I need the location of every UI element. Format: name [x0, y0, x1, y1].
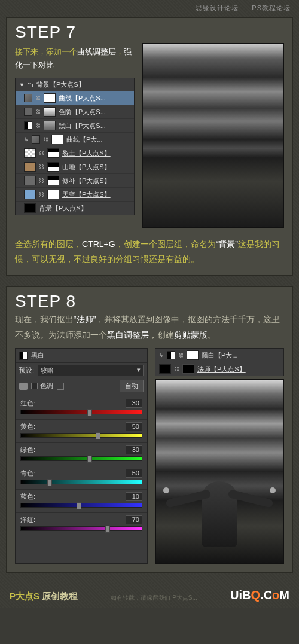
- layer-mask-thumb: [47, 190, 59, 199]
- layer-mask-thumb: [44, 93, 56, 103]
- step7-panel: STEP 7 接下来，添加一个曲线调整层，强化一下对比 ▼ 🗀 背景【P大点S】…: [6, 17, 293, 276]
- layers-panel[interactable]: ▼ 🗀 背景【P大点S】 ⛓曲线【P大点S...⛓色阶【P大点S...⛓黑白【P…: [15, 78, 135, 215]
- layer-mask-thumb: [44, 121, 56, 130]
- step8-preview-image: [155, 379, 284, 564]
- link-icon: ⛓: [35, 109, 41, 115]
- layer-row[interactable]: ⛓曲线【P大点S...: [16, 91, 134, 105]
- layer-name: 修补【P大点S】: [62, 176, 130, 185]
- layer-name: 法师【P大点S】: [197, 365, 280, 374]
- slider-row: 洋红:70: [16, 513, 147, 536]
- bw-icon: [19, 352, 28, 360]
- black-white-adjustment-panel[interactable]: 黑白 预设: 较暗▾ 色调: [15, 348, 148, 564]
- page-footer: P大点S 原创教程 如有转载，请保留我们 P大点S... UiBQ.CoM: [6, 584, 293, 602]
- bw-icon: [24, 121, 32, 130]
- slider-knob[interactable]: [77, 502, 81, 509]
- link-icon: ⛓: [178, 352, 184, 358]
- site2: PS教程论坛: [252, 4, 291, 11]
- layer-name: 黑白【P大...: [202, 351, 280, 360]
- slider-value[interactable]: 50: [126, 422, 142, 431]
- slider-label: 青色:: [20, 469, 35, 478]
- tint-checkbox[interactable]: 色调: [31, 381, 53, 390]
- layer-mask-thumb: [44, 107, 56, 117]
- layer-row[interactable]: ⛓法师【P大点S】: [155, 362, 283, 376]
- slider-track[interactable]: [20, 410, 142, 414]
- clip-icon: ↳: [159, 352, 164, 358]
- layer-name: 色阶【P大点S...: [59, 108, 130, 117]
- slider-label: 洋红:: [20, 515, 35, 524]
- layer-row[interactable]: ⛓天空【P大点S】: [16, 188, 134, 202]
- layer-name: 曲线【P大点S...: [59, 94, 130, 103]
- slider-label: 蓝色:: [20, 492, 35, 501]
- layer-mask-thumb: [187, 350, 199, 360]
- layer-name: 黑白【P大点S...: [59, 121, 130, 130]
- step8-intro: 现在，我们抠出“法师”，并将其放置到图像中，抠图的方法千千万，这里不多说。为法师…: [15, 312, 284, 343]
- layer-row[interactable]: ⛓修补【P大点S】: [16, 174, 134, 188]
- curves-icon: [32, 135, 40, 144]
- slider-value[interactable]: 30: [126, 399, 142, 408]
- layer-thumb: [24, 190, 36, 199]
- footer-brand2: 原创教程: [39, 591, 78, 601]
- layer-row[interactable]: ⛓裂土【P大点S】: [16, 146, 134, 160]
- layer-name: 背景【P大点S】: [39, 204, 130, 213]
- layer-row[interactable]: ↳⛓黑白【P大...: [155, 349, 283, 362]
- targeted-adjustment-icon[interactable]: [19, 383, 28, 390]
- slider-knob[interactable]: [87, 409, 92, 416]
- layer-group-header[interactable]: ▼ 🗀 背景【P大点S】: [16, 78, 134, 91]
- slider-row: 黄色:50: [16, 420, 147, 443]
- link-icon: ⛓: [39, 150, 44, 156]
- tint-color-swatch[interactable]: [57, 383, 64, 390]
- slider-value[interactable]: 10: [126, 492, 142, 501]
- slider-track[interactable]: [20, 433, 142, 438]
- slider-value[interactable]: -50: [126, 469, 142, 478]
- slider-knob[interactable]: [96, 432, 100, 439]
- layer-name: 山地【P大点S】: [62, 163, 130, 172]
- layer-mask-thumb: [47, 148, 59, 158]
- layer-thumb: [159, 364, 171, 374]
- preset-select[interactable]: 较暗▾: [38, 365, 144, 376]
- slider-label: 红色:: [20, 399, 35, 408]
- slider-row: 青色:-50: [16, 466, 147, 490]
- slider-track[interactable]: [20, 480, 142, 484]
- link-icon: ⛓: [174, 366, 179, 372]
- slider-track[interactable]: [20, 456, 142, 461]
- slider-value[interactable]: 70: [126, 515, 142, 524]
- link-icon: ⛓: [39, 164, 44, 170]
- layer-row[interactable]: ⛓黑白【P大点S...: [16, 119, 134, 133]
- footer-note: 如有转载，请保留我们 P大点S...: [84, 594, 224, 602]
- layer-row[interactable]: 背景【P大点S】: [16, 202, 134, 215]
- step7-preview-image: [142, 43, 284, 228]
- folder-icon: 🗀: [27, 81, 34, 89]
- layer-row[interactable]: ↳⛓曲线【P大...: [16, 133, 134, 146]
- preset-row: 预设: 较暗▾: [16, 363, 147, 378]
- slider-row: 蓝色:10: [16, 490, 147, 513]
- layer-row[interactable]: ⛓色阶【P大点S...: [16, 105, 134, 119]
- layer-row[interactable]: ⛓山地【P大点S】: [16, 160, 134, 174]
- link-icon: ⛓: [35, 123, 41, 129]
- bw-panel-header: 黑白: [16, 349, 147, 363]
- chevron-down-icon: ▾: [137, 366, 141, 375]
- slider-knob[interactable]: [47, 479, 52, 486]
- bw-title: 黑白: [31, 351, 44, 360]
- layer-thumb: [24, 162, 36, 172]
- slider-row: 红色:30: [16, 396, 147, 420]
- footer-brand1: P大点S: [10, 591, 39, 601]
- step8-title: STEP 8: [7, 287, 292, 312]
- layer-mask-thumb: [182, 364, 194, 374]
- step8-mini-layers[interactable]: ↳⛓黑白【P大...⛓法师【P大点S】: [155, 348, 284, 376]
- link-icon: ⛓: [39, 191, 44, 197]
- link-icon: ⛓: [35, 95, 41, 101]
- link-icon: ⛓: [43, 136, 48, 142]
- step7-intro: 接下来，添加一个曲线调整层，强化一下对比: [15, 45, 135, 72]
- layer-name: 裂土【P大点S】: [62, 149, 130, 158]
- auto-button[interactable]: 自动: [120, 380, 144, 392]
- preset-label: 预设:: [19, 366, 34, 375]
- slider-knob[interactable]: [105, 526, 110, 533]
- collapse-icon[interactable]: ▼: [19, 82, 25, 88]
- slider-track[interactable]: [20, 526, 142, 531]
- layer-mask-thumb: [47, 176, 59, 185]
- slider-track[interactable]: [20, 503, 142, 508]
- slider-knob[interactable]: [87, 456, 92, 463]
- layer-name: 天空【P大点S】: [62, 190, 130, 199]
- slider-value[interactable]: 30: [126, 445, 142, 454]
- site1: 思缘设计论坛: [196, 4, 239, 11]
